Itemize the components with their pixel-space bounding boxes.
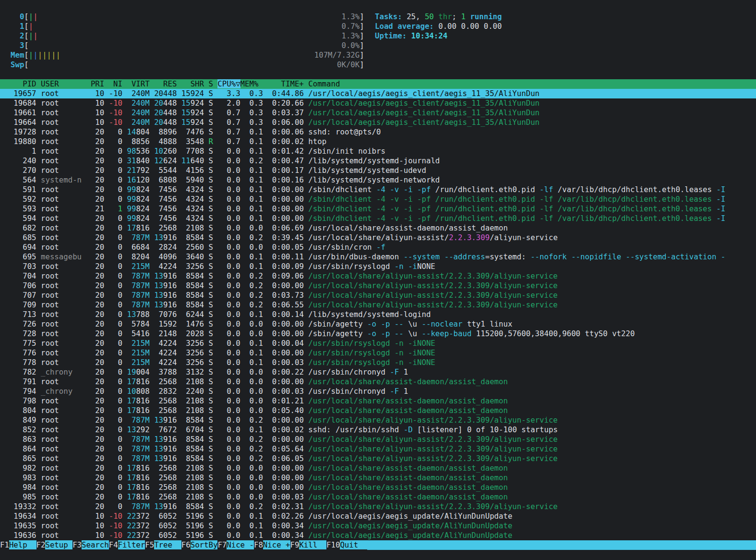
process-row[interactable]: 984 root 20 0 17816 2568 2108 S 0.0 0.0 … (0, 483, 756, 492)
fnkey-kill[interactable]: F9Kill (290, 540, 327, 550)
process-row[interactable]: 564 systemd-n 20 0 16120 6808 5940 S 0.0… (0, 175, 756, 185)
priority-cell: 20 (86, 463, 104, 473)
process-row[interactable]: 19636 root 10 -10 22372 6052 5196 S 0.0 … (0, 531, 756, 540)
process-row[interactable]: 695 messagebu 20 0 8204 4096 3640 S 0.0 … (0, 252, 756, 262)
process-row[interactable]: 791 root 20 0 17816 2568 2108 S 0.0 0.0 … (0, 377, 756, 387)
process-row[interactable]: 682 root 20 0 17816 2568 2108 S 0.0 0.0 … (0, 223, 756, 233)
process-row[interactable]: 849 root 20 0 787M 13916 8584 S 0.0 0.2 … (0, 415, 756, 425)
process-row[interactable]: 19635 root 10 -10 22372 6052 5196 S 0.0 … (0, 521, 756, 531)
process-row[interactable]: 804 root 20 0 17816 2568 2108 S 0.0 0.0 … (0, 406, 756, 415)
info-segment: ; (452, 12, 461, 21)
command-cell: --nopidfile (567, 252, 621, 261)
state-cell: S (209, 185, 213, 194)
mem-percent-cell: 0.1 (240, 195, 263, 204)
time-cell: 0:00.00 (263, 348, 308, 357)
fnkey-nice-[interactable]: F7Nice - (217, 540, 254, 550)
cpu-percent-cell: 3.3 (217, 89, 240, 98)
gap (213, 406, 217, 415)
nice-cell: 0 (104, 444, 122, 453)
command-cell: /usr/local/aegis/aegis_client/aegis_11_3… (308, 118, 540, 127)
process-row[interactable]: 270 root 20 0 21792 5544 4156 S 0.0 0.1 … (0, 166, 756, 175)
mem-value: 8584 (177, 233, 204, 242)
process-row[interactable]: 703 root 20 0 215M 4224 3256 S 0.0 0.1 0… (0, 262, 756, 271)
meter-bars: || (29, 12, 38, 22)
meter-bracket: ] (360, 31, 364, 41)
state-cell: S (209, 195, 213, 204)
process-row-selected[interactable]: 19657 root 10 -10 240M 20448 15924 S 3.3… (0, 89, 756, 98)
process-row[interactable]: 983 root 20 0 17816 2568 2108 S 0.0 0.0 … (0, 473, 756, 483)
mem-value: 8584 (177, 444, 204, 453)
process-row[interactable]: 864 root 20 0 787M 13916 8584 S 0.0 0.2 … (0, 444, 756, 454)
process-row[interactable]: 593 root 21 1 99824 7456 4324 S 0.0 0.1 … (0, 204, 756, 214)
process-row[interactable]: 794 _chrony 20 0 10808 2832 2240 S 0.0 0… (0, 387, 756, 396)
process-row[interactable]: 19728 root 20 0 14804 8896 7476 S 0.7 0.… (0, 127, 756, 137)
process-row[interactable]: 594 root 20 0 99824 7456 4324 S 0.0 0.1 … (0, 214, 756, 223)
process-row[interactable]: 798 root 20 0 17816 2568 2108 S 0.0 0.0 … (0, 396, 756, 406)
command-cell: /lib/systemd/systemd-networkd (308, 175, 440, 184)
process-row[interactable]: 985 root 20 0 17816 2568 2108 S 0.0 0.0 … (0, 492, 756, 502)
process-row[interactable]: 685 root 20 0 787M 13916 8584 S 0.0 0.2 … (0, 233, 756, 243)
fnkey-tree[interactable]: F5Tree (145, 540, 181, 550)
nice-cell: 0 (104, 387, 122, 396)
process-row[interactable]: 709 root 20 0 787M 13916 8584 S 0.0 0.2 … (0, 300, 756, 310)
process-row[interactable]: 775 root 20 0 215M 4224 3256 S 0.0 0.1 0… (0, 339, 756, 348)
command-cell: -- (390, 329, 403, 338)
nice-cell: 0 (104, 435, 122, 444)
state-cell: S (209, 146, 213, 156)
fnkey-help[interactable]: F1Help (0, 540, 36, 550)
process-row[interactable]: 19684 root 10 -10 240M 20448 15924 S 2.0… (0, 98, 756, 108)
process-row[interactable]: 591 root 20 0 99824 7456 4324 S 0.0 0.1 … (0, 185, 756, 195)
time-cell: 0:00.00 (263, 195, 308, 204)
nice-cell: 0 (104, 137, 122, 146)
process-row[interactable]: 776 root 20 0 215M 4224 3256 S 0.0 0.1 0… (0, 348, 756, 358)
process-row[interactable]: 707 root 20 0 787M 13916 8584 S 0.0 0.2 … (0, 291, 756, 300)
priority-cell: 20 (86, 281, 104, 290)
process-row[interactable]: 778 root 20 0 215M 4224 3256 S 0.0 0.1 0… (0, 358, 756, 367)
info-segment: 25, (407, 12, 425, 21)
fnkey-search[interactable]: F3Search (72, 540, 109, 550)
mem-value: 2108 (177, 473, 204, 482)
process-row[interactable]: 694 root 20 0 6684 2824 2560 S 0.0 0.0 0… (0, 243, 756, 252)
column-headers: MEM% TIME+ Command (240, 79, 340, 88)
table-header-row[interactable]: PID USER PRI NI VIRT RES SHR S CPU%▽MEM%… (0, 79, 756, 89)
mem-pad (122, 291, 132, 300)
gap (213, 531, 217, 540)
process-row[interactable]: 19634 root 10 -10 22372 6052 5196 S 0.0 … (0, 511, 756, 521)
process-row[interactable]: 865 root 20 0 787M 13916 8584 S 0.0 0.2 … (0, 454, 756, 463)
process-row[interactable]: 713 root 20 0 13788 7076 6244 S 0.0 0.1 … (0, 310, 756, 319)
mem-value: 7456 (150, 185, 177, 194)
fnkey-nice-[interactable]: F8Nice + (254, 540, 290, 550)
meter-bar-g: | (29, 50, 33, 60)
process-row[interactable]: 726 root 20 0 5784 1592 1476 S 0.0 0.0 0… (0, 319, 756, 329)
meter-1: 1[|0.7%] (11, 22, 364, 31)
process-row[interactable]: 1 root 20 0 98536 10260 7708 S 0.0 0.1 0… (0, 146, 756, 156)
process-row[interactable]: 19880 root 20 0 8856 4888 3548 R 0.7 0.1… (0, 137, 756, 146)
process-row[interactable]: 240 root 20 0 31840 12624 11640 S 0.0 0.… (0, 156, 756, 166)
fnkey-quit[interactable]: F10Quit (326, 540, 367, 550)
fnkey-filter[interactable]: F4Filter (109, 540, 145, 550)
process-row[interactable]: 19661 root 10 -10 240M 20448 15924 S 0.7… (0, 108, 756, 118)
process-row[interactable]: 728 root 20 0 5416 2148 2028 S 0.0 0.0 0… (0, 329, 756, 339)
process-row[interactable]: 863 root 20 0 787M 13916 8584 S 0.0 0.2 … (0, 435, 756, 444)
fnkey-sortby[interactable]: F6SortBy (181, 540, 218, 550)
mem-pad (122, 108, 132, 117)
process-row[interactable]: 592 root 20 0 99824 7456 4324 S 0.0 0.1 … (0, 195, 756, 204)
process-row[interactable]: 704 root 20 0 787M 13916 8584 S 0.0 0.2 … (0, 271, 756, 281)
command-cell: /usr/local/share/assist-daemon/assist_da… (308, 377, 508, 386)
process-row[interactable]: 19332 root 20 0 787M 13916 8584 S 0.0 0.… (0, 502, 756, 511)
fnkey-setup[interactable]: F2Setup (36, 540, 73, 550)
process-row[interactable]: 782 _chrony 20 0 19004 3788 3132 S 0.0 0… (0, 367, 756, 377)
mem-percent-cell: 0.1 (240, 348, 263, 357)
state-cell: S (209, 358, 213, 367)
process-row[interactable]: 982 root 20 0 17816 2568 2108 S 0.0 0.0 … (0, 463, 756, 473)
state-cell: S (209, 281, 213, 290)
process-row[interactable]: 852 root 20 0 13292 7672 6704 S 0.0 0.1 … (0, 425, 756, 435)
process-row[interactable]: 706 root 20 0 787M 13916 8584 S 0.0 0.2 … (0, 281, 756, 291)
meter-bracket: ] (360, 41, 364, 50)
user-cell: root (41, 118, 86, 127)
command-cell: /usr/local/share/aliyun-assist/2.2.3.309… (308, 271, 557, 280)
process-row[interactable]: 19664 root 10 -10 240M 20448 15924 S 0.7… (0, 118, 756, 127)
state-cell: S (209, 127, 213, 136)
state-cell: S (209, 492, 213, 501)
user-cell: root (41, 358, 86, 367)
